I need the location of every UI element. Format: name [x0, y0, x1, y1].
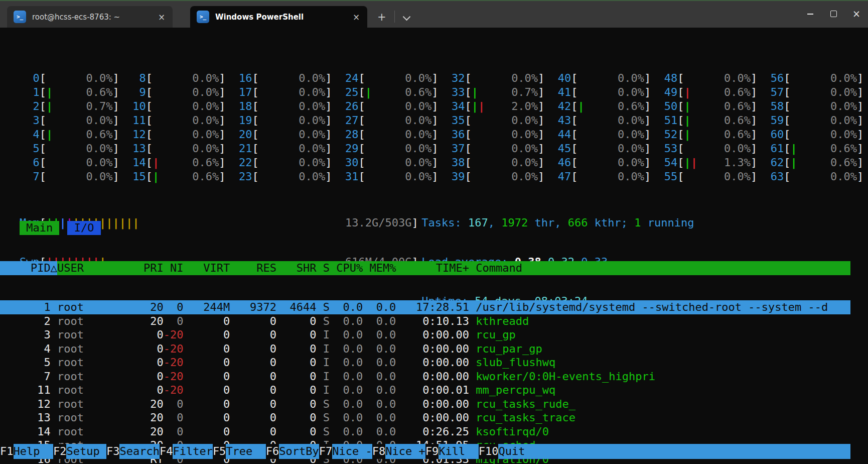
- cpu-meter-21: 21[0.0%]: [232, 142, 339, 156]
- table-header[interactable]: PID△USERPRINIVIRTRESSHRSCPU%MEM%TIME+Com…: [0, 261, 850, 275]
- chevron-down-icon[interactable]: [402, 13, 410, 21]
- maximize-button[interactable]: [822, 0, 845, 28]
- tab-close-icon[interactable]: ×: [155, 10, 169, 24]
- fkey-action-F2[interactable]: Setup: [66, 444, 106, 459]
- meter-bar-g: |: [684, 156, 691, 169]
- cpu-id: 40: [551, 71, 571, 85]
- meter-open-bracket: [: [252, 170, 259, 184]
- meter-open-bracket: [: [146, 170, 153, 184]
- meter-open-bracket: [: [784, 142, 790, 156]
- minimize-button[interactable]: [799, 0, 822, 28]
- col-pri[interactable]: PRI: [123, 261, 163, 275]
- col-virt[interactable]: VIRT: [184, 261, 230, 275]
- fkey-action-F7[interactable]: Nice -: [332, 444, 372, 459]
- cpu-id: 13: [126, 142, 146, 156]
- new-tab-button[interactable]: +: [377, 12, 386, 23]
- fkey-action-F3[interactable]: Search: [119, 444, 159, 459]
- meter-bars: |: [472, 85, 478, 99]
- meter-body: |0.6%: [153, 156, 219, 170]
- sort-arrow-icon[interactable]: △: [51, 261, 57, 275]
- meter-body: |0.6%: [46, 85, 112, 99]
- meter-body: 0.0%: [365, 156, 431, 170]
- cpu-percent: 0.0%: [405, 142, 431, 156]
- cpu-meter-3: 3[0.0%]: [20, 113, 126, 128]
- fkey-action-F5[interactable]: Tree: [226, 444, 265, 459]
- cell-cpu-percent: 0.0: [330, 425, 363, 439]
- process-row-pid-7[interactable]: 7 root0-20000I0.00.00:00.00kworker/0:0H-…: [0, 370, 868, 384]
- meter-body: 0.0%: [153, 71, 219, 85]
- tab-io[interactable]: I/O: [67, 221, 100, 235]
- col-mem[interactable]: MEM%: [363, 261, 396, 275]
- cell-command: kthreadd: [469, 314, 529, 328]
- process-row-pid-3[interactable]: 3 root0-20000I0.00.00:00.00rcu_gp: [0, 328, 868, 342]
- meter-close-bracket: ]: [219, 99, 225, 113]
- col-res[interactable]: RES: [230, 261, 276, 275]
- cpu-meter-47: 47[0.0%]: [551, 170, 658, 184]
- cpu-meter-58: 58[0.0%]: [764, 99, 868, 113]
- fkey-action-F9[interactable]: Kill: [439, 444, 478, 459]
- col-ni[interactable]: NI: [164, 261, 184, 275]
- process-row-pid-13[interactable]: 13 root200000S0.00.00:00.00rcu_tasks_tra…: [0, 411, 868, 425]
- fkey-action-F10[interactable]: Quit: [498, 444, 538, 459]
- fkey-action-F6[interactable]: SortBy: [279, 444, 319, 459]
- info-segment: thr,: [528, 216, 567, 229]
- cpu-meter-8: 8[0.0%]: [126, 71, 232, 85]
- cpu-percent: 0.0%: [299, 71, 325, 85]
- cpu-id: 0: [20, 71, 40, 85]
- cell-user: root: [57, 370, 123, 384]
- cell-shr: 0: [276, 314, 316, 328]
- tab-main[interactable]: Main: [20, 221, 59, 235]
- col-shr[interactable]: SHR: [276, 261, 316, 275]
- cell-pid: 1: [4, 300, 51, 314]
- cell-time: 0:00.00: [396, 370, 469, 384]
- meter-bar-g: |: [472, 86, 478, 98]
- cpu-percent: 1.3%: [724, 156, 751, 170]
- cpu-meter-43: 43[0.0%]: [551, 113, 658, 128]
- tab-close-icon[interactable]: ×: [349, 10, 363, 24]
- info-segment: 1: [634, 216, 641, 229]
- meter-close-bracket: ]: [431, 71, 438, 85]
- fkey-action-F4[interactable]: Filter: [173, 444, 212, 459]
- meter-bars: ||: [684, 156, 698, 170]
- process-row-pid-4[interactable]: 4 root0-20000I0.00.00:00.00rcu_par_gp: [0, 342, 868, 356]
- col-command[interactable]: Command: [469, 261, 522, 275]
- meter-open-bracket: [: [40, 170, 46, 184]
- col-pid[interactable]: PID: [4, 261, 51, 275]
- process-row-pid-2[interactable]: 2 root200000S0.00.00:10.13kthreadd: [0, 314, 868, 328]
- fkey-F8: F8: [372, 444, 386, 459]
- meter-close-bracket: ]: [112, 99, 119, 113]
- cpu-id: 29: [339, 142, 359, 156]
- col-time[interactable]: TIME+: [396, 261, 469, 275]
- col-user[interactable]: USER: [57, 261, 123, 275]
- cpu-id: 50: [658, 99, 678, 113]
- process-row-pid-14[interactable]: 14 root200000S0.00.00:26.25ksoftirqd/0: [0, 425, 868, 439]
- meter-body: 0.0%: [684, 71, 751, 85]
- col-cpu[interactable]: CPU%: [330, 261, 363, 275]
- cpu-percent: 0.0%: [618, 170, 644, 184]
- process-row-pid-12[interactable]: 12 root200000S0.00.00:00.00rcu_tasks_rud…: [0, 397, 868, 411]
- meter-body: 0.0%: [578, 156, 644, 170]
- process-row-pid-11[interactable]: 11 root0-20000I0.00.00:00.01mm_percpu_wq: [0, 383, 868, 397]
- col-state[interactable]: S: [316, 261, 329, 275]
- meter-open-bracket: [: [465, 99, 471, 113]
- meter-body: 0.0%: [259, 71, 325, 85]
- fkey-action-F8[interactable]: Nice +: [385, 444, 425, 459]
- tab-remote-session[interactable]: >_ root@hcss-ecs-8763: ~ ×: [7, 6, 173, 28]
- process-row-pid-5[interactable]: 5 root0-20000I0.00.00:00.00slub_flushwq: [0, 356, 868, 370]
- cell-mem-percent: 0.0: [363, 397, 396, 411]
- meter-body: |0.7%: [46, 99, 112, 113]
- cpu-meter-9: 9[0.0%]: [126, 85, 232, 99]
- cpu-meter-49: 49[|0.6%]: [658, 85, 764, 99]
- cpu-percent: 0.0%: [405, 99, 431, 113]
- cpu-id: 21: [232, 142, 252, 156]
- cpu-percent: 0.0%: [724, 71, 751, 85]
- cpu-percent: 0.0%: [618, 128, 644, 142]
- tab-windows-powershell[interactable]: >_ Windows PowerShell ×: [190, 6, 367, 28]
- cpu-meter-61: 61[|0.6%]: [764, 142, 868, 156]
- close-button[interactable]: ×: [845, 0, 868, 28]
- fkey-action-F1[interactable]: Help: [14, 444, 53, 459]
- cell-cpu-percent: 0.0: [330, 300, 363, 314]
- process-row-pid-1[interactable]: 1 root200244M93724644S0.00.017:28.51/usr…: [0, 300, 850, 314]
- cell-shr: 0: [276, 411, 316, 425]
- cpu-id: 3: [20, 113, 40, 128]
